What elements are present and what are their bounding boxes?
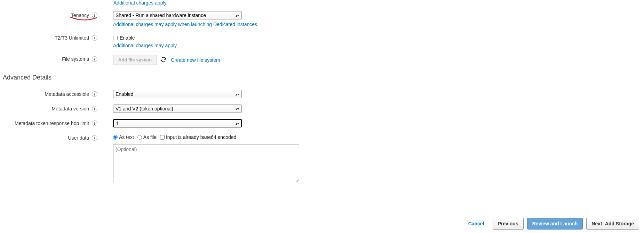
user-data-as-text-label: As text [119,134,134,140]
t2t3-label: T2/T3 Unlimited [55,35,89,41]
user-data-as-file-label: As file [143,134,157,140]
add-file-system-button: Add file system [113,55,157,65]
t2t3-charges-link[interactable]: Additional charges may apply [113,43,644,48]
user-data-as-text-radio[interactable] [113,135,118,140]
metadata-version-label: Metadata version [52,106,89,111]
t2t3-enable-checkbox[interactable] [113,36,118,40]
info-icon[interactable]: i [92,135,97,141]
t2t3-enable-label: Enable [120,35,135,41]
metadata-version-select[interactable]: V1 and V2 (token optional) [113,105,242,113]
charges-apply-link[interactable]: Additional charges apply. [0,0,644,8]
user-data-base64-label: Input is already base64 encoded [166,134,236,140]
filesystems-label: File systems [62,56,89,62]
info-icon[interactable]: i [92,120,97,126]
user-data-as-file-radio[interactable] [137,135,142,140]
metadata-accessible-label: Metadata accessible [45,91,89,97]
tenancy-charges-link[interactable]: Additional charges may apply when launch… [113,22,644,27]
metadata-accessible-select[interactable]: Enabled [113,90,242,98]
advanced-details-heading: Advanced Details [0,68,644,84]
tenancy-select[interactable]: Shared - Run a shared hardware instance [113,11,242,19]
metadata-hop-select[interactable]: 1 [113,119,242,127]
create-filesystem-link[interactable]: Create new file system [171,57,220,63]
tenancy-highlight-annotation [70,16,97,22]
user-data-base64-checkbox[interactable] [160,135,165,140]
user-data-label: User data [68,135,89,141]
info-icon[interactable]: i [92,106,97,111]
refresh-icon[interactable] [160,57,167,64]
info-icon[interactable]: i [92,91,97,97]
user-data-textarea[interactable] [113,144,299,182]
info-icon[interactable]: i [92,35,97,41]
metadata-hop-label: Metadata token response hop limit [15,120,89,126]
info-icon[interactable]: i [92,56,97,62]
